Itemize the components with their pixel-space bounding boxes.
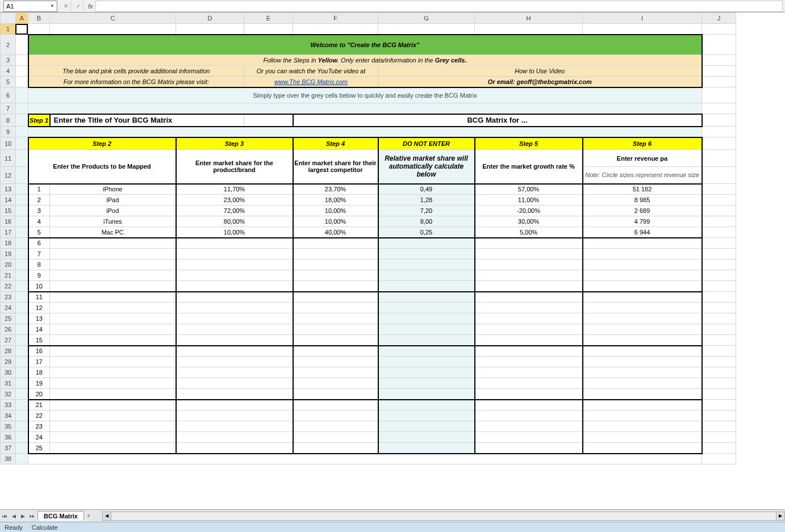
product-cell[interactable] — [50, 410, 176, 421]
growth-rate-cell[interactable]: -20,00% — [475, 206, 583, 216]
competitor-share-cell[interactable] — [293, 270, 378, 281]
row-head-1[interactable]: 1 — [1, 24, 16, 35]
revenue-cell[interactable] — [583, 270, 702, 281]
market-share-cell[interactable] — [176, 270, 293, 281]
row-number[interactable]: 7 — [28, 249, 50, 259]
row-head-13[interactable]: 13 — [1, 184, 16, 195]
competitor-share-cell[interactable] — [293, 443, 378, 454]
market-share-cell[interactable] — [176, 400, 293, 410]
row-number[interactable]: 17 — [28, 357, 50, 367]
check-icon[interactable]: ✓ — [73, 1, 83, 11]
row-number[interactable]: 24 — [28, 432, 50, 443]
revenue-cell[interactable] — [583, 281, 702, 292]
worksheet[interactable]: A B C D E F G H I J 12 Welcome to "Creat… — [0, 12, 785, 509]
row-head-29[interactable]: 29 — [1, 357, 16, 367]
revenue-cell[interactable] — [583, 324, 702, 335]
market-share-cell[interactable] — [176, 259, 293, 270]
row-head-2[interactable]: 2 — [1, 35, 16, 55]
row-head-34[interactable]: 34 — [1, 410, 16, 421]
row-number[interactable]: 12 — [28, 303, 50, 313]
name-box[interactable]: A1 ▼ — [3, 1, 57, 12]
row-number[interactable]: 9 — [28, 270, 50, 281]
tab-prev-icon[interactable]: ◀ — [9, 513, 18, 519]
revenue-cell[interactable] — [583, 292, 702, 303]
row-number[interactable]: 14 — [28, 324, 50, 335]
revenue-cell[interactable] — [583, 313, 702, 324]
product-cell[interactable] — [50, 421, 176, 432]
growth-rate-cell[interactable]: 5,00% — [475, 227, 583, 238]
market-share-cell[interactable]: 10,00% — [176, 227, 293, 238]
product-cell[interactable] — [50, 357, 176, 367]
competitor-share-cell[interactable]: 18,00% — [293, 195, 378, 206]
growth-rate-cell[interactable] — [475, 259, 583, 270]
product-cell[interactable]: iPad — [50, 195, 176, 206]
growth-rate-cell[interactable]: 30,00% — [475, 216, 583, 227]
market-share-cell[interactable]: 80,00% — [176, 216, 293, 227]
product-cell[interactable] — [50, 238, 176, 249]
market-share-cell[interactable] — [176, 367, 293, 378]
product-cell[interactable] — [50, 270, 176, 281]
competitor-share-cell[interactable] — [293, 421, 378, 432]
row-head-27[interactable]: 27 — [1, 335, 16, 346]
cell[interactable] — [583, 24, 702, 35]
revenue-cell[interactable] — [583, 367, 702, 378]
market-share-cell[interactable] — [176, 335, 293, 346]
growth-rate-cell[interactable] — [475, 313, 583, 324]
competitor-share-cell[interactable] — [293, 432, 378, 443]
product-cell[interactable] — [50, 281, 176, 292]
row-number[interactable]: 6 — [28, 238, 50, 249]
fx-label[interactable]: fx — [88, 3, 93, 10]
col-head-A[interactable]: A — [16, 13, 28, 24]
row-head-4[interactable]: 4 — [1, 66, 16, 77]
row-head-15[interactable]: 15 — [1, 206, 16, 216]
row-number[interactable]: 16 — [28, 346, 50, 357]
competitor-share-cell[interactable] — [293, 346, 378, 357]
revenue-cell[interactable] — [583, 346, 702, 357]
competitor-share-cell[interactable]: 10,00% — [293, 206, 378, 216]
row-number[interactable]: 11 — [28, 292, 50, 303]
growth-rate-cell[interactable] — [475, 335, 583, 346]
market-share-cell[interactable] — [176, 249, 293, 259]
market-share-cell[interactable] — [176, 389, 293, 400]
revenue-cell[interactable]: 4 799 — [583, 216, 702, 227]
competitor-share-cell[interactable] — [293, 324, 378, 335]
cell[interactable] — [50, 24, 176, 35]
revenue-cell[interactable] — [583, 432, 702, 443]
growth-rate-cell[interactable] — [475, 249, 583, 259]
col-head-G[interactable]: G — [378, 13, 475, 24]
step1-value[interactable]: BCG Matrix for ... — [293, 114, 702, 127]
how-to-use-video[interactable]: How to Use Video — [378, 66, 702, 77]
row-number[interactable]: 21 — [28, 400, 50, 410]
competitor-share-cell[interactable] — [293, 357, 378, 367]
row-head-10[interactable]: 10 — [1, 137, 16, 150]
growth-rate-cell[interactable] — [475, 443, 583, 454]
product-cell[interactable] — [50, 292, 176, 303]
competitor-share-cell[interactable] — [293, 400, 378, 410]
revenue-cell[interactable]: 2 689 — [583, 206, 702, 216]
product-cell[interactable] — [50, 378, 176, 389]
row-number[interactable]: 19 — [28, 378, 50, 389]
revenue-cell[interactable] — [583, 389, 702, 400]
row-head-14[interactable]: 14 — [1, 195, 16, 206]
market-share-cell[interactable] — [176, 421, 293, 432]
competitor-share-cell[interactable]: 10,00% — [293, 216, 378, 227]
tab-first-icon[interactable]: ⏮ — [0, 513, 9, 519]
formula-input[interactable] — [95, 1, 783, 12]
competitor-share-cell[interactable] — [293, 335, 378, 346]
product-cell[interactable]: iPod — [50, 206, 176, 216]
competitor-share-cell[interactable] — [293, 367, 378, 378]
cell[interactable] — [475, 24, 583, 35]
growth-rate-cell[interactable] — [475, 292, 583, 303]
row-head-32[interactable]: 32 — [1, 389, 16, 400]
tab-next-icon[interactable]: ▶ — [18, 513, 27, 519]
sheet-tab-active[interactable]: BCG Matrix — [37, 511, 84, 521]
market-share-cell[interactable] — [176, 238, 293, 249]
growth-rate-cell[interactable] — [475, 346, 583, 357]
competitor-share-cell[interactable] — [293, 281, 378, 292]
market-share-cell[interactable] — [176, 410, 293, 421]
row-number[interactable]: 10 — [28, 281, 50, 292]
cell-A1[interactable] — [16, 24, 28, 35]
product-cell[interactable] — [50, 432, 176, 443]
market-share-cell[interactable] — [176, 292, 293, 303]
select-all-corner[interactable] — [1, 13, 16, 24]
